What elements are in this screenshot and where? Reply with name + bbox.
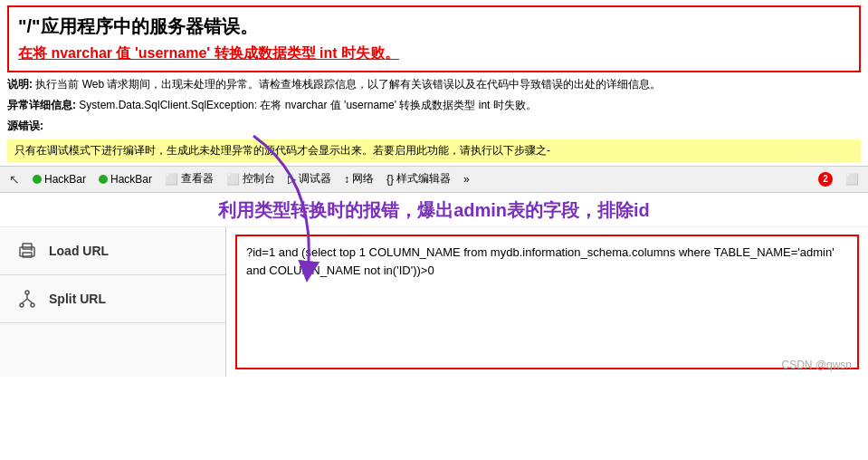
left-panel: Load URL Split URL bbox=[0, 227, 226, 377]
error-title: "/"应用程序中的服务器错误。 bbox=[18, 14, 850, 39]
split-url-button[interactable]: Split URL bbox=[0, 275, 225, 323]
style-editor-tool[interactable]: {} 样式编辑器 bbox=[383, 169, 454, 188]
page-heading: 利用类型转换时的报错，爆出admin表的字段，排除id bbox=[0, 193, 868, 227]
network-label: 网络 bbox=[352, 171, 374, 187]
detail-label: 异常详细信息: bbox=[7, 99, 76, 111]
hackbar1-label: HackBar bbox=[44, 173, 86, 186]
cursor-icon: ↖ bbox=[9, 172, 20, 187]
desc-text: 执行当前 Web 请求期间，出现未处理的异常。请检查堆栈跟踪信息，以了解有关该错… bbox=[33, 78, 661, 91]
svg-point-6 bbox=[31, 303, 34, 307]
network-icon: ↕ bbox=[344, 173, 349, 186]
load-url-label: Load URL bbox=[49, 244, 109, 258]
network-tool[interactable]: ↕ 网络 bbox=[340, 169, 377, 188]
main-content: Load URL Split URL ?id=1 and (select top… bbox=[0, 227, 868, 377]
inspector-icon: ⬜ bbox=[165, 173, 178, 186]
copy-icon: ⬜ bbox=[845, 173, 859, 186]
split-url-icon bbox=[14, 286, 40, 311]
url-display[interactable]: ?id=1 and (select top 1 COLUMN_NAME from… bbox=[235, 235, 859, 369]
source-label: 源错误: bbox=[7, 118, 861, 135]
error-box: "/"应用程序中的服务器错误。 在将 nvarchar 值 'username'… bbox=[7, 5, 861, 72]
error-detail: 异常详细信息: System.Data.SqlClient.SqlExcepti… bbox=[7, 97, 861, 114]
load-url-button[interactable]: Load URL bbox=[0, 227, 225, 275]
yellow-highlight-bar: 只有在调试模式下进行编译时，生成此未处理异常的源代码才会显示出来。若要启用此功能… bbox=[7, 139, 861, 162]
desc-label: 说明: bbox=[7, 78, 33, 91]
hackbar-item-1[interactable]: HackBar bbox=[29, 171, 90, 187]
svg-line-8 bbox=[22, 299, 27, 303]
hackbar2-label: HackBar bbox=[110, 173, 152, 186]
split-url-label: Split URL bbox=[49, 292, 106, 306]
inspector-label: 查看器 bbox=[181, 171, 214, 187]
hackbar1-dot bbox=[33, 175, 42, 184]
style-label: 样式编辑器 bbox=[396, 171, 451, 187]
watermark: CSDN @qwsn bbox=[781, 359, 852, 371]
debugger-label: 调试器 bbox=[299, 171, 331, 187]
hackbar2-dot bbox=[99, 175, 108, 184]
svg-rect-2 bbox=[23, 253, 32, 257]
inspector-tool[interactable]: ⬜ 查看器 bbox=[161, 169, 217, 188]
debugger-icon: ▷ bbox=[288, 173, 296, 186]
debugger-tool[interactable]: ▷ 调试器 bbox=[284, 169, 335, 188]
devtools-bar: ↖ HackBar HackBar ⬜ 查看器 ⬜ 控制台 ▷ 调试器 ↕ 网络… bbox=[0, 166, 868, 193]
console-tool[interactable]: ⬜ 控制台 bbox=[223, 169, 279, 188]
console-icon: ⬜ bbox=[226, 173, 240, 186]
error-badge-container[interactable]: 2 bbox=[815, 170, 836, 188]
svg-point-4 bbox=[25, 291, 29, 294]
detail-text: System.Data.SqlClient.SqlException: 在将 n… bbox=[76, 99, 537, 111]
error-description: 说明: 执行当前 Web 请求期间，出现未处理的异常。请检查堆栈跟踪信息，以了解… bbox=[7, 76, 861, 93]
load-url-icon bbox=[14, 238, 40, 264]
svg-point-3 bbox=[31, 249, 33, 251]
console-label: 控制台 bbox=[243, 171, 275, 187]
svg-line-9 bbox=[27, 299, 33, 303]
source-label-text: 源错误: bbox=[7, 120, 43, 132]
error-subtitle: 在将 nvarchar 值 'username' 转换成数据类型 int 时失败… bbox=[18, 44, 850, 63]
right-panel: ?id=1 and (select top 1 COLUMN_NAME from… bbox=[226, 227, 868, 377]
copy-button[interactable]: ⬜ bbox=[842, 171, 863, 187]
hackbar-item-2[interactable]: HackBar bbox=[95, 171, 156, 187]
svg-rect-1 bbox=[23, 244, 32, 249]
style-icon: {} bbox=[386, 173, 394, 186]
cursor-tool[interactable]: ↖ bbox=[5, 170, 24, 188]
svg-point-5 bbox=[20, 303, 24, 307]
error-count-badge: 2 bbox=[818, 172, 833, 187]
more-icon: » bbox=[463, 173, 470, 186]
more-tools-button[interactable]: » bbox=[460, 171, 473, 187]
